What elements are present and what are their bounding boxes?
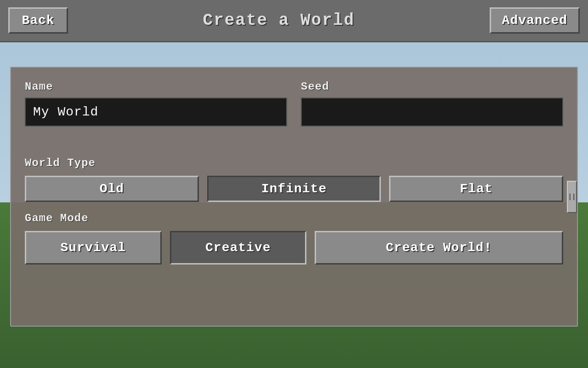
- world-type-label: World Type: [25, 157, 563, 169]
- scrollbar-icon: ||: [568, 193, 576, 201]
- world-type-old-button[interactable]: Old: [25, 176, 199, 202]
- seed-label: Seed: [301, 80, 563, 93]
- name-field-group: Name: [25, 80, 287, 126]
- survival-button[interactable]: Survival: [25, 231, 162, 264]
- fields-row: Name Seed: [25, 80, 563, 126]
- page-title: Create a World: [203, 11, 355, 30]
- name-label: Name: [25, 80, 287, 93]
- advanced-button[interactable]: Advanced: [490, 7, 580, 34]
- name-input[interactable]: [25, 98, 287, 126]
- world-type-flat-button[interactable]: Flat: [389, 176, 563, 202]
- back-button[interactable]: Back: [8, 7, 68, 34]
- create-world-button[interactable]: Create World!: [315, 231, 563, 264]
- creative-button[interactable]: Creative: [170, 231, 307, 264]
- world-type-infinite-button[interactable]: Infinite: [207, 176, 381, 202]
- header-bar: Back Create a World Advanced: [0, 0, 588, 42]
- world-type-buttons: Old Infinite Flat: [25, 176, 563, 202]
- seed-input[interactable]: [301, 98, 563, 126]
- scrollbar[interactable]: ||: [567, 181, 577, 213]
- game-mode-label: Game Mode: [25, 212, 563, 224]
- seed-field-group: Seed: [301, 80, 563, 126]
- main-panel: Name Seed World Type Old Infinite Flat G…: [10, 67, 578, 327]
- bottom-row: Survival Creative Create World!: [25, 231, 563, 264]
